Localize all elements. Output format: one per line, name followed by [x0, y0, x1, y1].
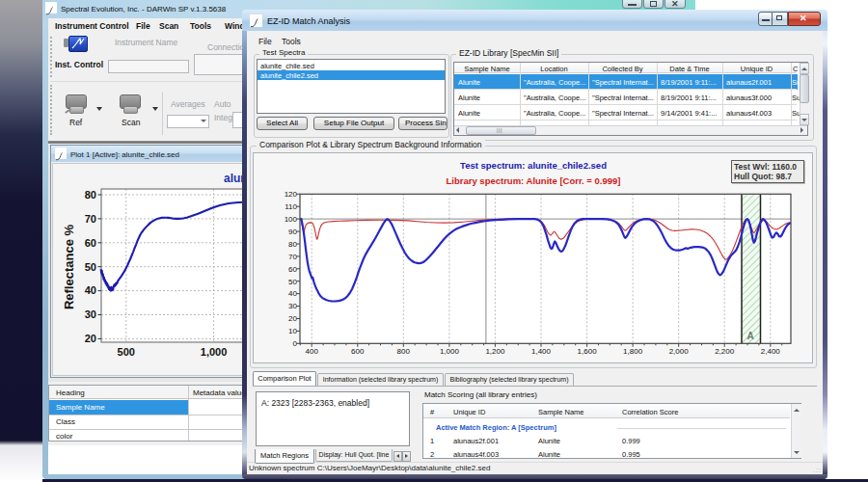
svg-text:70: 70 — [85, 213, 96, 225]
svg-text:100: 100 — [285, 215, 298, 224]
svg-text:40: 40 — [85, 284, 96, 296]
svg-text:Library spectrum: Alunite [Cor: Library spectrum: Alunite [Corr. = 0.999… — [447, 175, 621, 186]
svg-text:90: 90 — [288, 228, 297, 236]
svg-text:70: 70 — [288, 253, 297, 261]
svg-text:20: 20 — [288, 314, 297, 323]
svg-text:0: 0 — [293, 339, 298, 348]
svg-text:1,800: 1,800 — [623, 347, 643, 356]
svg-text:800: 800 — [397, 347, 411, 356]
svg-text:30: 30 — [85, 308, 96, 320]
svg-text:A: A — [746, 331, 753, 341]
svg-text:2,400: 2,400 — [761, 347, 781, 356]
svg-text:30: 30 — [288, 302, 297, 310]
svg-text:20: 20 — [85, 333, 96, 344]
svg-text:1,000: 1,000 — [440, 347, 460, 356]
svg-text:10: 10 — [288, 327, 297, 335]
svg-text:60: 60 — [288, 265, 297, 274]
svg-text:500: 500 — [118, 346, 135, 358]
svg-text:80: 80 — [85, 189, 96, 201]
svg-text:40: 40 — [288, 289, 297, 298]
svg-text:50: 50 — [85, 261, 96, 273]
svg-text:110: 110 — [285, 202, 297, 211]
svg-text:2,200: 2,200 — [715, 347, 735, 356]
svg-text:600: 600 — [351, 347, 365, 356]
svg-text:1,600: 1,600 — [578, 347, 598, 356]
svg-text:80: 80 — [288, 240, 297, 249]
svg-text:Reflectance %: Reflectance % — [62, 224, 76, 309]
svg-text:400: 400 — [306, 347, 319, 356]
svg-text:2,000: 2,000 — [669, 347, 690, 356]
svg-text:1,000: 1,000 — [201, 346, 228, 358]
svg-text:1,400: 1,400 — [531, 347, 552, 356]
svg-text:50: 50 — [288, 278, 297, 286]
svg-text:Test spectrum: alunite_chile2.: Test spectrum: alunite_chile2.sed — [460, 160, 607, 171]
svg-text:120: 120 — [285, 190, 298, 199]
svg-text:60: 60 — [85, 237, 96, 249]
svg-text:1,200: 1,200 — [485, 347, 505, 356]
